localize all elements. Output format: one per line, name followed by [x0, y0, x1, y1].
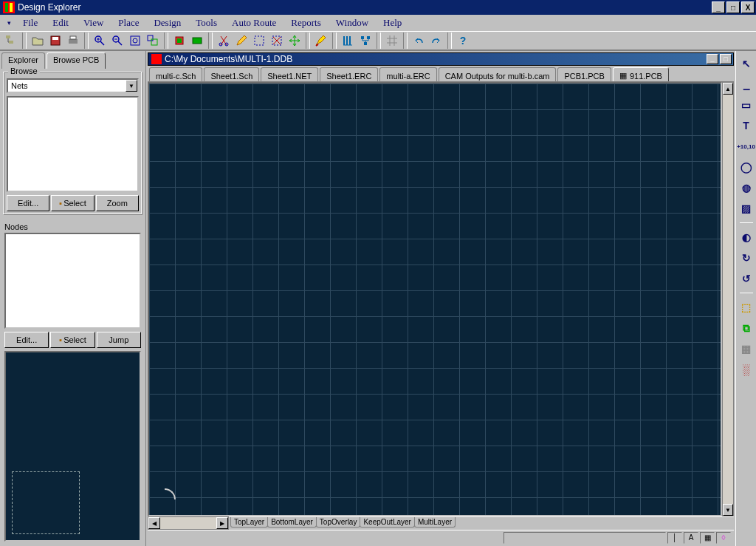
nodes-listbox[interactable] [4, 233, 141, 329]
menu-dropdown-icon[interactable]: ▾ [7, 19, 16, 27]
tool-via-icon[interactable]: ◍ [738, 180, 755, 196]
tb-redo-icon[interactable] [428, 33, 444, 49]
tb-undo-icon[interactable] [410, 33, 427, 49]
scroll-down-icon[interactable]: ▼ [723, 504, 733, 516]
status-cell-keyboard-icon[interactable]: ▦ [700, 532, 715, 544]
tb-save-icon[interactable] [47, 33, 63, 49]
pcb-file-icon: ▦ [619, 71, 627, 81]
menu-design[interactable]: Design [146, 16, 188, 30]
tb-grid-icon[interactable] [384, 33, 400, 49]
tab-911-pcb[interactable]: ▦911.PCB [613, 67, 669, 81]
menu-reports[interactable]: Reports [284, 16, 328, 30]
tb-help-icon[interactable]: ? [455, 33, 471, 49]
menu-autoroute[interactable]: Auto Route [224, 16, 284, 30]
tool-pad-icon[interactable]: ⬚ [738, 299, 755, 315]
tb-tree-icon[interactable] [3, 33, 19, 49]
tab-sheet1-net[interactable]: Sheet1.NET [261, 67, 318, 81]
tb-pencil-icon[interactable] [233, 33, 250, 49]
edit-button-top[interactable]: Edit... [7, 195, 49, 211]
tb-netlist-icon[interactable] [357, 33, 374, 49]
tab-browse-pcb[interactable]: Browse PCB [47, 52, 106, 69]
maximize-button[interactable]: □ [726, 1, 740, 13]
zoom-button[interactable]: Zoom [96, 195, 139, 211]
tab-pcb1[interactable]: PCB1.PCB [557, 67, 611, 81]
minimize-button[interactable]: _ [712, 1, 725, 13]
tool-rotate-cw-icon[interactable]: ↻ [738, 250, 755, 266]
horizontal-scrollbar[interactable]: ◀ ▶ [148, 516, 229, 530]
tb-move-icon[interactable] [286, 33, 303, 49]
menu-place[interactable]: Place [111, 16, 146, 30]
tool-circle-icon[interactable]: ◯ [738, 159, 755, 175]
tb-zoom-fit-icon[interactable] [127, 33, 143, 49]
tab-multia-erc[interactable]: multi-a.ERC [379, 67, 436, 81]
doc-minimize-button[interactable]: _ [707, 54, 718, 64]
svg-rect-0 [6, 35, 10, 38]
status-cell-2[interactable]: A [684, 532, 698, 544]
tool-text-icon[interactable]: T [738, 117, 755, 134]
tb-component-icon[interactable] [171, 33, 188, 49]
status-bar: │ A ▦ ◊ [148, 530, 734, 545]
minimap-viewport [12, 471, 80, 534]
vertical-scrollbar[interactable]: ▲ ▼ [722, 82, 734, 516]
vscroll-track[interactable] [723, 95, 733, 504]
menu-tools[interactable]: Tools [188, 16, 224, 30]
tool-array-icon[interactable]: ▦ [738, 341, 755, 357]
menu-window[interactable]: Window [329, 16, 376, 30]
tool-pointer-icon[interactable]: ↖ [738, 55, 755, 72]
tab-sheet1-sch[interactable]: Sheet1.Sch [204, 67, 259, 81]
layer-topoverlay[interactable]: TopOverlay [316, 517, 361, 528]
tb-open-icon[interactable] [30, 33, 46, 49]
tb-cut-icon[interactable] [216, 33, 232, 49]
tool-polygon-icon[interactable]: ░ [738, 361, 755, 378]
jump-button[interactable]: Jump [97, 332, 141, 348]
scroll-left-icon[interactable]: ◀ [148, 517, 160, 529]
status-message [504, 532, 666, 544]
layer-bottom[interactable]: BottomLayer [267, 517, 317, 528]
menu-file[interactable]: File [16, 16, 45, 30]
scroll-up-icon[interactable]: ▲ [723, 83, 733, 95]
minimap[interactable] [4, 351, 141, 542]
select-button-top[interactable]: ▪Select [51, 195, 94, 211]
menu-help[interactable]: Help [376, 16, 409, 30]
tb-library-icon[interactable] [340, 33, 356, 49]
tab-multic-sch[interactable]: multi-c.Sch [149, 67, 202, 81]
layer-keepout[interactable]: KeepOutLayer [360, 517, 415, 528]
tb-zoom-in-icon[interactable] [92, 33, 108, 49]
tool-rotate-ccw-icon[interactable]: ↺ [738, 270, 755, 287]
tb-print-icon[interactable] [65, 33, 81, 49]
tool-rect-icon[interactable]: ▭ [738, 97, 755, 113]
select-button-bottom[interactable]: ▪Select [50, 332, 94, 348]
tab-sheet1-erc[interactable]: Sheet1.ERC [320, 67, 378, 81]
tb-zoom-out-icon[interactable] [109, 33, 126, 49]
close-button[interactable]: X [741, 1, 755, 13]
layer-multi[interactable]: MultiLayer [414, 517, 456, 528]
tb-highlight-icon[interactable] [313, 33, 329, 49]
tool-fill-icon[interactable]: ▨ [738, 200, 755, 216]
layer-top[interactable]: TopLayer [230, 517, 268, 528]
status-cell-1[interactable]: │ [667, 532, 682, 544]
tool-line-icon[interactable]: ⎯ [738, 76, 755, 92]
tool-component-icon[interactable]: ⧉ [738, 320, 755, 336]
svg-rect-20 [367, 36, 370, 39]
tool-coord-icon[interactable]: +10,10 [738, 138, 755, 154]
tab-cam-outputs[interactable]: CAM Outputs for multi-b.cam [439, 67, 557, 81]
edit-button-bottom[interactable]: Edit... [4, 332, 49, 348]
menu-edit[interactable]: Edit [45, 16, 76, 30]
doc-maximize-button[interactable]: □ [720, 54, 732, 64]
status-cell-eraser-icon[interactable]: ◊ [716, 532, 731, 544]
combo-arrow-icon[interactable]: ▼ [126, 80, 137, 92]
tb-zoom-area-icon[interactable] [145, 33, 161, 49]
hscroll-track[interactable] [160, 517, 216, 529]
pcb-canvas[interactable] [148, 82, 722, 516]
left-panel: Explorer Browse PCB Browse Nets ▼ Edit..… [0, 51, 146, 546]
scroll-right-icon[interactable]: ▶ [216, 517, 228, 529]
nets-listbox[interactable] [7, 96, 139, 192]
menu-view[interactable]: View [76, 16, 111, 30]
tb-deselect-icon[interactable] [269, 33, 285, 49]
document-path: C:\My Documents\MULTI-1.DDB [165, 54, 292, 64]
tool-arc-icon[interactable]: ◐ [738, 229, 755, 245]
tb-pad-icon[interactable] [189, 33, 205, 49]
svg-rect-13 [177, 38, 182, 43]
browse-combo[interactable]: Nets ▼ [7, 78, 139, 93]
tb-select-rect-icon[interactable] [251, 33, 267, 49]
